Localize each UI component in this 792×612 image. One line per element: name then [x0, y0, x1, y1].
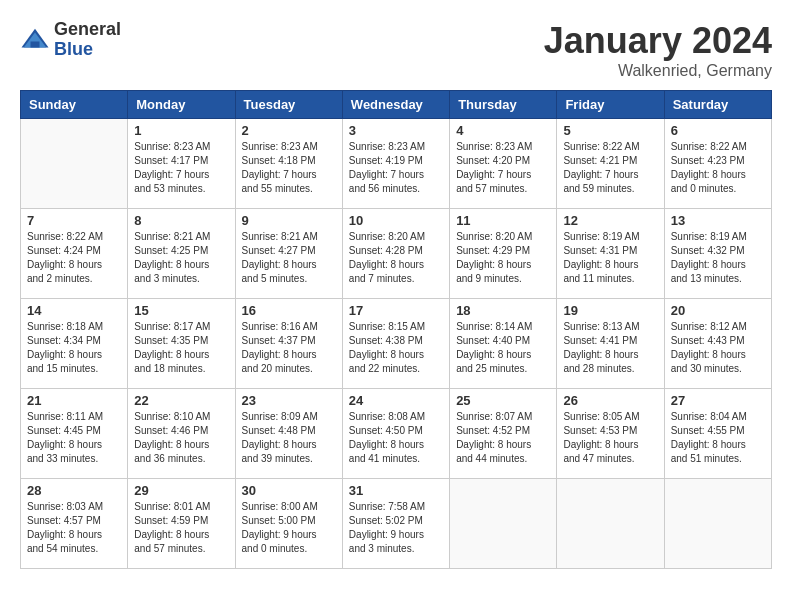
day-number: 3 — [349, 123, 443, 138]
calendar-cell: 22Sunrise: 8:10 AMSunset: 4:46 PMDayligh… — [128, 389, 235, 479]
calendar-cell: 11Sunrise: 8:20 AMSunset: 4:29 PMDayligh… — [450, 209, 557, 299]
day-number: 30 — [242, 483, 336, 498]
calendar-cell: 21Sunrise: 8:11 AMSunset: 4:45 PMDayligh… — [21, 389, 128, 479]
day-number: 4 — [456, 123, 550, 138]
calendar-cell: 7Sunrise: 8:22 AMSunset: 4:24 PMDaylight… — [21, 209, 128, 299]
day-info: Sunrise: 8:04 AMSunset: 4:55 PMDaylight:… — [671, 410, 765, 466]
day-number: 21 — [27, 393, 121, 408]
calendar-cell: 23Sunrise: 8:09 AMSunset: 4:48 PMDayligh… — [235, 389, 342, 479]
day-info: Sunrise: 8:03 AMSunset: 4:57 PMDaylight:… — [27, 500, 121, 556]
calendar-cell: 17Sunrise: 8:15 AMSunset: 4:38 PMDayligh… — [342, 299, 449, 389]
day-info: Sunrise: 8:05 AMSunset: 4:53 PMDaylight:… — [563, 410, 657, 466]
day-number: 11 — [456, 213, 550, 228]
weekday-header: Monday — [128, 91, 235, 119]
month-title: January 2024 — [544, 20, 772, 62]
day-info: Sunrise: 8:22 AMSunset: 4:23 PMDaylight:… — [671, 140, 765, 196]
location: Walkenried, Germany — [544, 62, 772, 80]
day-number: 28 — [27, 483, 121, 498]
day-info: Sunrise: 8:13 AMSunset: 4:41 PMDaylight:… — [563, 320, 657, 376]
svg-rect-2 — [31, 41, 40, 47]
logo-blue: Blue — [54, 40, 121, 60]
calendar-cell: 29Sunrise: 8:01 AMSunset: 4:59 PMDayligh… — [128, 479, 235, 569]
calendar-cell: 28Sunrise: 8:03 AMSunset: 4:57 PMDayligh… — [21, 479, 128, 569]
calendar-cell: 15Sunrise: 8:17 AMSunset: 4:35 PMDayligh… — [128, 299, 235, 389]
day-number: 18 — [456, 303, 550, 318]
day-number: 8 — [134, 213, 228, 228]
calendar-cell: 6Sunrise: 8:22 AMSunset: 4:23 PMDaylight… — [664, 119, 771, 209]
calendar-cell — [450, 479, 557, 569]
day-info: Sunrise: 8:21 AMSunset: 4:25 PMDaylight:… — [134, 230, 228, 286]
day-number: 26 — [563, 393, 657, 408]
calendar-cell: 20Sunrise: 8:12 AMSunset: 4:43 PMDayligh… — [664, 299, 771, 389]
day-info: Sunrise: 8:22 AMSunset: 4:24 PMDaylight:… — [27, 230, 121, 286]
day-info: Sunrise: 8:23 AMSunset: 4:20 PMDaylight:… — [456, 140, 550, 196]
day-info: Sunrise: 8:23 AMSunset: 4:18 PMDaylight:… — [242, 140, 336, 196]
day-info: Sunrise: 8:08 AMSunset: 4:50 PMDaylight:… — [349, 410, 443, 466]
day-number: 16 — [242, 303, 336, 318]
calendar-cell: 26Sunrise: 8:05 AMSunset: 4:53 PMDayligh… — [557, 389, 664, 479]
day-number: 12 — [563, 213, 657, 228]
calendar-cell: 1Sunrise: 8:23 AMSunset: 4:17 PMDaylight… — [128, 119, 235, 209]
day-info: Sunrise: 8:21 AMSunset: 4:27 PMDaylight:… — [242, 230, 336, 286]
day-number: 27 — [671, 393, 765, 408]
day-number: 25 — [456, 393, 550, 408]
calendar-cell — [557, 479, 664, 569]
calendar-cell: 4Sunrise: 8:23 AMSunset: 4:20 PMDaylight… — [450, 119, 557, 209]
day-number: 23 — [242, 393, 336, 408]
day-number: 10 — [349, 213, 443, 228]
calendar-cell: 10Sunrise: 8:20 AMSunset: 4:28 PMDayligh… — [342, 209, 449, 299]
calendar-cell: 25Sunrise: 8:07 AMSunset: 4:52 PMDayligh… — [450, 389, 557, 479]
day-number: 5 — [563, 123, 657, 138]
calendar-cell: 19Sunrise: 8:13 AMSunset: 4:41 PMDayligh… — [557, 299, 664, 389]
logo: General Blue — [20, 20, 121, 60]
calendar-cell: 8Sunrise: 8:21 AMSunset: 4:25 PMDaylight… — [128, 209, 235, 299]
day-number: 14 — [27, 303, 121, 318]
day-info: Sunrise: 8:00 AMSunset: 5:00 PMDaylight:… — [242, 500, 336, 556]
day-number: 1 — [134, 123, 228, 138]
day-info: Sunrise: 8:19 AMSunset: 4:31 PMDaylight:… — [563, 230, 657, 286]
day-number: 24 — [349, 393, 443, 408]
day-info: Sunrise: 8:12 AMSunset: 4:43 PMDaylight:… — [671, 320, 765, 376]
day-number: 29 — [134, 483, 228, 498]
day-number: 22 — [134, 393, 228, 408]
calendar-cell: 9Sunrise: 8:21 AMSunset: 4:27 PMDaylight… — [235, 209, 342, 299]
day-info: Sunrise: 8:23 AMSunset: 4:19 PMDaylight:… — [349, 140, 443, 196]
calendar-cell: 16Sunrise: 8:16 AMSunset: 4:37 PMDayligh… — [235, 299, 342, 389]
day-number: 20 — [671, 303, 765, 318]
day-number: 15 — [134, 303, 228, 318]
day-info: Sunrise: 8:14 AMSunset: 4:40 PMDaylight:… — [456, 320, 550, 376]
day-info: Sunrise: 8:23 AMSunset: 4:17 PMDaylight:… — [134, 140, 228, 196]
day-number: 9 — [242, 213, 336, 228]
logo-text: General Blue — [54, 20, 121, 60]
day-info: Sunrise: 8:20 AMSunset: 4:28 PMDaylight:… — [349, 230, 443, 286]
calendar-cell — [21, 119, 128, 209]
day-info: Sunrise: 8:09 AMSunset: 4:48 PMDaylight:… — [242, 410, 336, 466]
calendar-cell: 30Sunrise: 8:00 AMSunset: 5:00 PMDayligh… — [235, 479, 342, 569]
calendar-cell: 12Sunrise: 8:19 AMSunset: 4:31 PMDayligh… — [557, 209, 664, 299]
weekday-header: Thursday — [450, 91, 557, 119]
calendar-cell: 31Sunrise: 7:58 AMSunset: 5:02 PMDayligh… — [342, 479, 449, 569]
day-number: 31 — [349, 483, 443, 498]
day-info: Sunrise: 8:22 AMSunset: 4:21 PMDaylight:… — [563, 140, 657, 196]
day-info: Sunrise: 8:19 AMSunset: 4:32 PMDaylight:… — [671, 230, 765, 286]
day-number: 13 — [671, 213, 765, 228]
day-info: Sunrise: 8:17 AMSunset: 4:35 PMDaylight:… — [134, 320, 228, 376]
calendar: SundayMondayTuesdayWednesdayThursdayFrid… — [20, 90, 772, 569]
weekday-header: Tuesday — [235, 91, 342, 119]
calendar-cell: 13Sunrise: 8:19 AMSunset: 4:32 PMDayligh… — [664, 209, 771, 299]
day-info: Sunrise: 7:58 AMSunset: 5:02 PMDaylight:… — [349, 500, 443, 556]
weekday-header: Wednesday — [342, 91, 449, 119]
logo-general: General — [54, 20, 121, 40]
day-info: Sunrise: 8:01 AMSunset: 4:59 PMDaylight:… — [134, 500, 228, 556]
day-number: 19 — [563, 303, 657, 318]
page-header: General Blue January 2024 Walkenried, Ge… — [20, 20, 772, 80]
day-info: Sunrise: 8:15 AMSunset: 4:38 PMDaylight:… — [349, 320, 443, 376]
day-info: Sunrise: 8:20 AMSunset: 4:29 PMDaylight:… — [456, 230, 550, 286]
day-info: Sunrise: 8:18 AMSunset: 4:34 PMDaylight:… — [27, 320, 121, 376]
calendar-cell: 14Sunrise: 8:18 AMSunset: 4:34 PMDayligh… — [21, 299, 128, 389]
weekday-header: Saturday — [664, 91, 771, 119]
calendar-cell: 27Sunrise: 8:04 AMSunset: 4:55 PMDayligh… — [664, 389, 771, 479]
calendar-cell: 2Sunrise: 8:23 AMSunset: 4:18 PMDaylight… — [235, 119, 342, 209]
weekday-header: Sunday — [21, 91, 128, 119]
logo-icon — [20, 25, 50, 55]
